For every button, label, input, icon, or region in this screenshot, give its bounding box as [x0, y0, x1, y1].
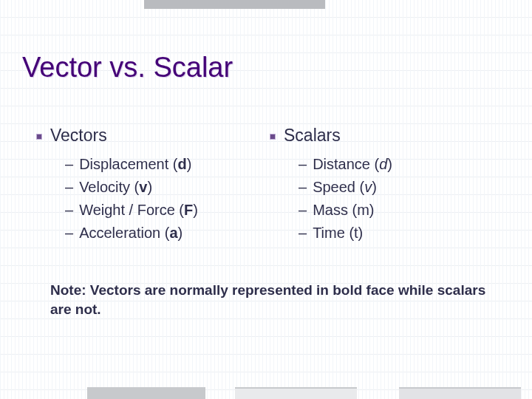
dash-icon: – — [299, 202, 307, 219]
bottom-decor — [0, 383, 532, 399]
footnote: Note: Vectors are normally represented i… — [50, 281, 502, 318]
list-item: – Displacement (d) — [65, 156, 269, 173]
item-text: Displacement (d) — [79, 156, 191, 173]
item-text: Mass (m) — [313, 202, 374, 219]
list-item: – Distance (d) — [299, 156, 502, 173]
list-item: – Velocity (v) — [65, 179, 269, 196]
vectors-column: Vectors – Displacement (d) – Velocity (v… — [37, 126, 269, 248]
item-text: Acceleration (a) — [79, 225, 183, 242]
top-decor — [0, 0, 532, 10]
content-columns: Vectors – Displacement (d) – Velocity (v… — [37, 126, 502, 248]
item-text: Velocity (v) — [79, 179, 152, 196]
item-text: Speed (v) — [313, 179, 377, 196]
dash-icon: – — [65, 179, 73, 196]
dash-icon: – — [65, 156, 73, 173]
list-item: – Mass (m) — [299, 202, 502, 219]
dash-icon: – — [299, 225, 307, 242]
scalars-column: Scalars – Distance (d) – Speed (v) – Mas… — [270, 126, 502, 248]
decor-bar — [144, 0, 325, 9]
slide-title: Vector vs. Scalar — [22, 52, 233, 83]
list-item: – Time (t) — [299, 225, 502, 242]
list-item: – Weight / Force (F) — [65, 202, 269, 219]
dash-icon: – — [299, 179, 307, 196]
vectors-heading-row: Vectors — [37, 126, 269, 146]
vectors-heading: Vectors — [50, 126, 107, 146]
decor-bar — [87, 387, 205, 399]
dash-icon: – — [65, 202, 73, 219]
bullet-icon — [270, 134, 275, 139]
item-text: Weight / Force (F) — [79, 202, 198, 219]
scalars-heading-row: Scalars — [270, 126, 502, 146]
scalars-heading: Scalars — [284, 126, 341, 146]
list-item: – Acceleration (a) — [65, 225, 269, 242]
dash-icon: – — [65, 225, 73, 242]
bullet-icon — [37, 134, 41, 139]
decor-bar — [235, 387, 357, 399]
decor-bar — [399, 387, 521, 399]
slide: Vector vs. Scalar Vectors – Displacement… — [0, 0, 532, 399]
item-text: Time (t) — [313, 225, 363, 242]
list-item: – Speed (v) — [299, 179, 502, 196]
dash-icon: – — [299, 156, 307, 173]
item-text: Distance (d) — [313, 156, 392, 173]
